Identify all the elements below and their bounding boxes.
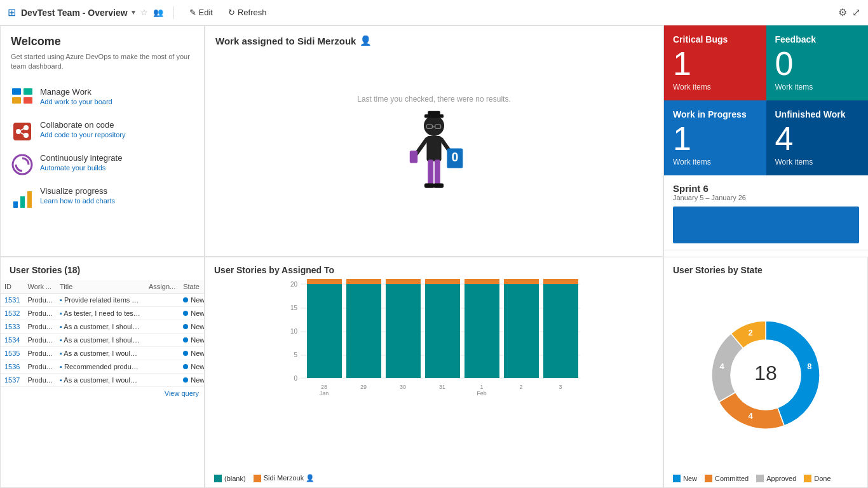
stat-tile-critical-bugs[interactable]: Critical Bugs 1 Work items	[664, 25, 766, 100]
view-query-link[interactable]: View query	[1, 387, 204, 400]
welcome-item-title-1: Collaborate on code	[40, 120, 126, 130]
stat-number-0: 1	[673, 47, 757, 80]
cell-id: 1532	[1, 307, 24, 320]
state-legend-approved: Approved	[756, 475, 796, 482]
character-illustration: 0	[399, 110, 469, 212]
svg-rect-26	[428, 159, 433, 185]
star-icon[interactable]: ☆	[140, 8, 148, 17]
state-dot-done	[804, 475, 811, 482]
cell-work: Produ...	[24, 334, 56, 347]
state-dot-approved	[756, 475, 764, 482]
welcome-panel: Welcome Get started using Azure DevOps t…	[0, 25, 205, 257]
chart-assigned-panel: User Stories by Assigned To 20 15 10 5 0	[205, 257, 663, 488]
refresh-button[interactable]: ↻ Refresh	[223, 5, 272, 20]
svg-text:8: 8	[807, 362, 811, 371]
svg-rect-2	[12, 97, 21, 104]
svg-rect-22	[410, 151, 417, 163]
header-right-actions: ⚙ ⤢	[838, 6, 860, 18]
svg-rect-61	[543, 279, 578, 284]
welcome-item-0: Manage Work Add work to your board	[6, 82, 199, 115]
legend-blank-label: (blank)	[224, 475, 246, 482]
state-legend-new: New	[673, 475, 697, 482]
svg-text:Jan: Jan	[320, 390, 329, 396]
welcome-item-link-0[interactable]: Add work to your board	[40, 98, 112, 105]
stat-label-1: Work items	[775, 83, 860, 92]
svg-rect-49	[346, 284, 381, 378]
svg-text:3: 3	[559, 384, 562, 390]
svg-text:1: 1	[480, 384, 483, 390]
stat-tile-unfinished-work[interactable]: Unfinished Work 4 Work items	[766, 100, 869, 175]
devtest-panel: DevTest Team It's lonely in here Invit	[664, 250, 868, 257]
stat-title-2: Work in Progress	[673, 109, 757, 119]
cell-assign	[145, 360, 179, 374]
cell-state: New	[179, 294, 204, 307]
svg-rect-59	[465, 279, 499, 284]
table-row[interactable]: 1534 Produ... ▪ As a customer, I should …	[1, 334, 204, 347]
cell-title: ▪ As a customer, I should ...	[56, 320, 145, 334]
table-row[interactable]: 1532 Produ... ▪ As tester, I need to tes…	[1, 307, 204, 320]
expand-icon[interactable]: ⤢	[852, 6, 860, 18]
chevron-icon[interactable]: ▾	[132, 8, 135, 17]
welcome-title: Welcome	[1, 26, 204, 52]
welcome-item-link-1[interactable]: Add code to your repository	[40, 131, 126, 139]
bar-chart-svg: 20 15 10 5 0	[214, 278, 654, 398]
svg-text:29: 29	[360, 384, 367, 390]
welcome-item-title-3: Visualize progress	[40, 186, 115, 196]
work-assigned-panel: Work assigned to Sidi Merzouk 👤 Last tim…	[205, 25, 663, 257]
legend-sidi: Sidi Merzouk 👤	[254, 474, 315, 482]
grid-icon: ⊞	[8, 6, 16, 18]
cell-work: Produ...	[24, 307, 56, 320]
chart-state-title: User Stories by State	[664, 257, 867, 278]
cell-assign	[145, 294, 179, 307]
stat-tile-work-in-progress[interactable]: Work in Progress 1 Work items	[664, 100, 766, 175]
svg-text:20: 20	[290, 281, 298, 288]
svg-point-5	[16, 129, 21, 134]
cell-assign	[145, 320, 179, 334]
svg-rect-52	[465, 284, 499, 378]
table-row[interactable]: 1533 Produ... ▪ As a customer, I should …	[1, 320, 204, 334]
table-body: 1531 Produ... ▪ Provide related items or…	[1, 294, 204, 387]
col-header-2: Title	[56, 280, 145, 294]
welcome-item-link-3[interactable]: Learn how to add charts	[40, 197, 115, 205]
stat-number-3: 4	[775, 122, 860, 155]
cell-state: New	[179, 320, 204, 334]
state-dot-committed	[705, 475, 712, 482]
svg-rect-11	[13, 201, 18, 208]
svg-text:4: 4	[748, 411, 753, 421]
edit-button[interactable]: ✎ Edit	[184, 5, 218, 20]
state-legend-done: Done	[804, 475, 831, 482]
welcome-item-link-2[interactable]: Automate your builds	[40, 164, 122, 172]
svg-rect-57	[386, 279, 421, 284]
cell-title: ▪ As a customer, I would li...	[56, 347, 145, 360]
refresh-icon: ↻	[228, 8, 235, 17]
svg-text:15: 15	[290, 304, 298, 311]
pencil-icon: ✎	[189, 8, 196, 17]
col-header-3: Assign...	[145, 280, 179, 294]
people-icon[interactable]: 👥	[153, 8, 163, 17]
cell-title: ▪ Provide related items or ...	[56, 294, 145, 307]
settings-icon[interactable]: ⚙	[838, 6, 847, 18]
cell-work: Produ...	[24, 347, 56, 360]
svg-rect-58	[425, 279, 460, 284]
header-title: DevTest Team - Overview ▾	[21, 8, 135, 18]
welcome-description: Get started using Azure DevOps to make t…	[1, 52, 204, 79]
state-chart-legend: New Committed Approved Done	[664, 472, 867, 487]
svg-text:5: 5	[294, 351, 297, 358]
table-row[interactable]: 1531 Produ... ▪ Provide related items or…	[1, 294, 204, 307]
stat-number-2: 1	[673, 122, 757, 155]
cell-assign	[145, 374, 179, 387]
svg-text:2: 2	[748, 328, 752, 337]
stat-tile-feedback[interactable]: Feedback 0 Work items	[766, 25, 869, 100]
table-row[interactable]: 1535 Produ... ▪ As a customer, I would l…	[1, 347, 204, 360]
svg-rect-56	[346, 279, 381, 284]
cell-state: New	[179, 307, 204, 320]
table-row[interactable]: 1537 Produ... ▪ As a customer, I would l…	[1, 374, 204, 387]
cell-id: 1533	[1, 320, 24, 334]
cell-assign	[145, 307, 179, 320]
sprint-panel: Sprint 6 January 5 – January 26	[664, 175, 868, 250]
cell-title: ▪ Recommended products...	[56, 360, 145, 374]
welcome-item-icon-1	[11, 120, 34, 143]
svg-rect-20	[426, 136, 441, 161]
table-row[interactable]: 1536 Produ... ▪ Recommended products... …	[1, 360, 204, 374]
work-assigned-body: Last time you checked, there were no res…	[205, 51, 663, 250]
